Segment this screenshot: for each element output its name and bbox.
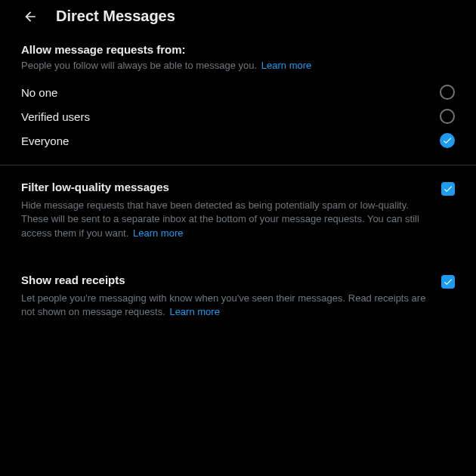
allow-requests-title: Allow message requests from: (12, 43, 464, 56)
back-arrow-icon[interactable] (23, 9, 38, 24)
page-header: Direct Messages (0, 0, 476, 37)
learn-more-link[interactable]: Learn more (169, 306, 219, 317)
filter-title: Filter low-quality messages (21, 181, 169, 193)
radio-option-no-one[interactable]: No one (12, 80, 464, 104)
radio-label-no-one: No one (21, 86, 57, 99)
receipts-title: Show read receipts (21, 274, 125, 286)
allow-requests-description: People you follow will always be able to… (12, 59, 464, 73)
learn-more-link[interactable]: Learn more (261, 60, 311, 71)
radio-option-verified[interactable]: Verified users (12, 104, 464, 128)
receipts-description: Let people you're messaging with know wh… (12, 289, 464, 319)
radio-option-everyone[interactable]: Everyone (12, 128, 464, 153)
radio-label-verified: Verified users (21, 110, 90, 123)
receipts-section: Show read receipts Let people you're mes… (0, 252, 476, 331)
radio-label-everyone: Everyone (21, 134, 69, 147)
receipts-setting-row[interactable]: Show read receipts (12, 264, 464, 289)
allow-requests-radio-group: No one Verified users Everyone (12, 80, 464, 153)
allow-requests-desc-text: People you follow will always be able to… (21, 60, 257, 71)
filter-desc-text: Hide message requests that have been det… (21, 199, 419, 238)
filter-description: Hide message requests that have been det… (12, 196, 464, 240)
checkbox-checked-icon[interactable] (441, 275, 455, 289)
radio-icon-unselected (440, 85, 455, 100)
page-title: Direct Messages (56, 8, 175, 25)
filter-setting-row[interactable]: Filter low-quality messages (12, 172, 464, 196)
radio-icon-unselected (440, 109, 455, 124)
filter-section: Filter low-quality messages Hide message… (0, 165, 476, 252)
receipts-desc-text: Let people you're messaging with know wh… (21, 292, 425, 317)
learn-more-link[interactable]: Learn more (133, 227, 183, 239)
allow-requests-section: Allow message requests from: People you … (0, 37, 476, 165)
checkbox-checked-icon[interactable] (441, 182, 455, 196)
radio-icon-selected (440, 133, 455, 148)
